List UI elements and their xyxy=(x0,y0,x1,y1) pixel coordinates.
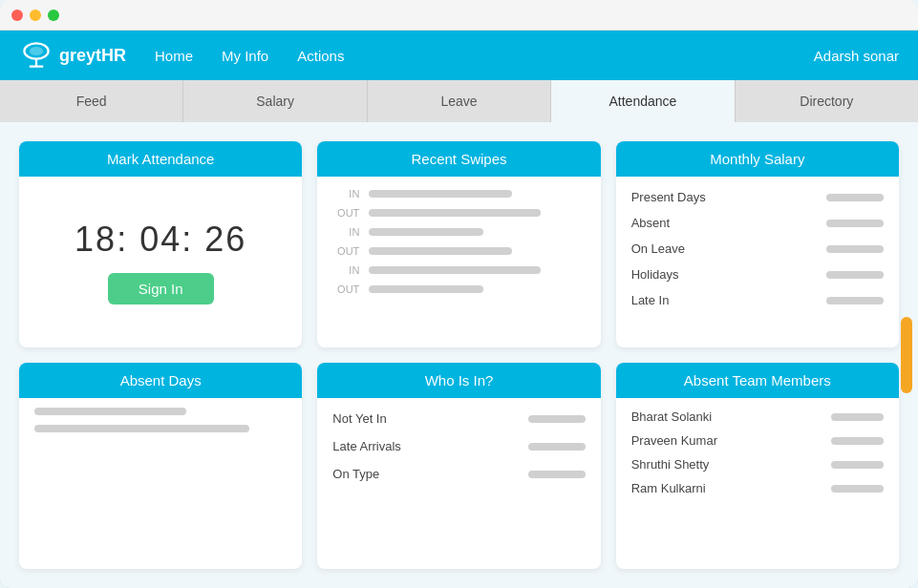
recent-swipes-body: IN OUT IN OUT IN xyxy=(317,177,600,347)
nav-home[interactable]: Home xyxy=(155,48,193,64)
nav-links: Home My Info Actions xyxy=(155,48,814,64)
team-member-1: Bharat Solanki xyxy=(631,410,713,424)
tab-attendance[interactable]: Attendance xyxy=(551,80,735,122)
holidays-value xyxy=(826,271,884,279)
absent-team-card: Absent Team Members Bharat Solanki Prave… xyxy=(616,363,899,569)
svg-point-1 xyxy=(30,47,43,55)
late-arrivals-label: Late Arrivals xyxy=(332,439,401,453)
not-yet-in-label: Not Yet In xyxy=(332,411,386,426)
swipe-skeleton-1 xyxy=(369,190,512,198)
logo[interactable]: greytHR xyxy=(19,42,126,69)
absent-skel-2 xyxy=(34,425,249,432)
on-leave-value xyxy=(826,245,884,253)
swipe-label-out-2: OUT xyxy=(332,245,359,257)
monthly-salary-card: Monthly Salary Present Days Absent On Le… xyxy=(616,141,899,347)
salary-row-holidays: Holidays xyxy=(631,267,884,282)
holidays-label: Holidays xyxy=(631,267,679,282)
salary-row-leave: On Leave xyxy=(631,242,884,256)
swipe-row-6: OUT xyxy=(332,284,585,295)
team-member-4: Ram Kulkarni xyxy=(631,481,706,495)
mark-attendance-header: Mark Attendance xyxy=(19,141,302,177)
nav-actions[interactable]: Actions xyxy=(297,48,344,64)
team-row-4: Ram Kulkarni xyxy=(631,481,884,495)
swipe-label-out-3: OUT xyxy=(332,284,359,295)
maximize-button[interactable] xyxy=(48,10,59,21)
recent-swipes-header: Recent Swipes xyxy=(317,141,600,177)
team-row-2: Praveen Kumar xyxy=(631,433,884,448)
late-in-label: Late In xyxy=(631,293,670,307)
team-skel-4 xyxy=(831,485,884,493)
recent-swipes-card: Recent Swipes IN OUT IN OUT xyxy=(317,141,600,347)
who-row-notyetin: Not Yet In xyxy=(332,411,585,426)
absent-team-body: Bharat Solanki Praveen Kumar Shruthi She… xyxy=(616,398,899,569)
scroll-indicator[interactable] xyxy=(901,317,912,393)
who-is-in-card: Who Is In? Not Yet In Late Arrivals On T… xyxy=(317,363,600,569)
swipe-skeleton-5 xyxy=(369,266,541,274)
on-type-label: On Type xyxy=(332,467,379,481)
mark-attendance-card: Mark Attendance 18: 04: 26 Sign In xyxy=(19,141,302,347)
salary-row-present: Present Days xyxy=(631,190,884,204)
tabs-bar: Feed Salary Leave Attendance Directory xyxy=(0,80,918,122)
swipe-row-2: OUT xyxy=(332,207,585,219)
on-leave-label: On Leave xyxy=(631,242,685,256)
absent-value xyxy=(826,220,884,227)
swipe-skeleton-2 xyxy=(369,209,541,217)
present-days-value xyxy=(826,194,884,201)
monthly-salary-body: Present Days Absent On Leave Holidays La… xyxy=(616,177,899,347)
team-row-1: Bharat Solanki xyxy=(631,410,884,424)
team-member-2: Praveen Kumar xyxy=(631,433,717,448)
late-arrivals-value xyxy=(528,443,586,451)
swipe-skeleton-4 xyxy=(369,247,512,255)
not-yet-in-value xyxy=(528,415,586,423)
app-window: greytHR Home My Info Actions Adarsh sona… xyxy=(0,0,918,588)
tab-salary[interactable]: Salary xyxy=(183,80,367,122)
absent-days-card: Absent Days xyxy=(19,363,302,569)
title-bar xyxy=(0,0,918,31)
sign-in-button[interactable]: Sign In xyxy=(108,273,214,304)
tab-leave[interactable]: Leave xyxy=(368,80,551,122)
team-skel-1 xyxy=(831,413,884,421)
absent-days-header: Absent Days xyxy=(19,363,302,398)
who-is-in-body: Not Yet In Late Arrivals On Type xyxy=(317,398,600,569)
close-button[interactable] xyxy=(11,10,23,21)
nav-myinfo[interactable]: My Info xyxy=(222,48,268,64)
salary-row-absent: Absent xyxy=(631,216,884,230)
swipe-skeleton-6 xyxy=(369,285,483,293)
logo-text: greytHR xyxy=(59,46,126,66)
mark-attendance-body: 18: 04: 26 Sign In xyxy=(19,177,302,347)
minimize-button[interactable] xyxy=(30,10,41,21)
absent-label: Absent xyxy=(631,216,670,230)
swipe-skeleton-3 xyxy=(369,228,483,236)
tab-directory[interactable]: Directory xyxy=(736,80,918,122)
swipe-label-in-2: IN xyxy=(332,226,359,238)
team-member-3: Shruthi Shetty xyxy=(631,457,710,472)
who-row-latearrivals: Late Arrivals xyxy=(332,439,585,453)
who-row-ontype: On Type xyxy=(332,467,585,481)
present-days-label: Present Days xyxy=(631,190,706,204)
team-skel-2 xyxy=(831,437,884,445)
swipe-row-4: OUT xyxy=(332,245,585,257)
on-type-value xyxy=(528,471,586,478)
tab-feed[interactable]: Feed xyxy=(0,80,183,122)
late-in-value xyxy=(826,297,884,304)
swipe-label-out-1: OUT xyxy=(332,207,359,219)
clock-display: 18: 04: 26 xyxy=(75,220,246,260)
swipe-label-in-1: IN xyxy=(332,188,359,200)
swipe-label-in-3: IN xyxy=(332,264,359,276)
nav-user: Adarsh sonar xyxy=(814,48,899,64)
who-is-in-header: Who Is In? xyxy=(317,363,600,398)
monthly-salary-header: Monthly Salary xyxy=(616,141,899,177)
team-skel-3 xyxy=(831,461,884,469)
navbar: greytHR Home My Info Actions Adarsh sona… xyxy=(0,31,918,80)
absent-skel-1 xyxy=(34,408,186,415)
swipe-row-5: IN xyxy=(332,264,585,276)
main-content: Mark Attendance 18: 04: 26 Sign In Recen… xyxy=(0,122,918,588)
swipe-row-3: IN xyxy=(332,226,585,238)
salary-row-latein: Late In xyxy=(631,293,884,307)
team-row-3: Shruthi Shetty xyxy=(631,457,884,472)
absent-days-body xyxy=(19,398,302,569)
swipe-row-1: IN xyxy=(332,188,585,200)
absent-team-header: Absent Team Members xyxy=(616,363,899,398)
